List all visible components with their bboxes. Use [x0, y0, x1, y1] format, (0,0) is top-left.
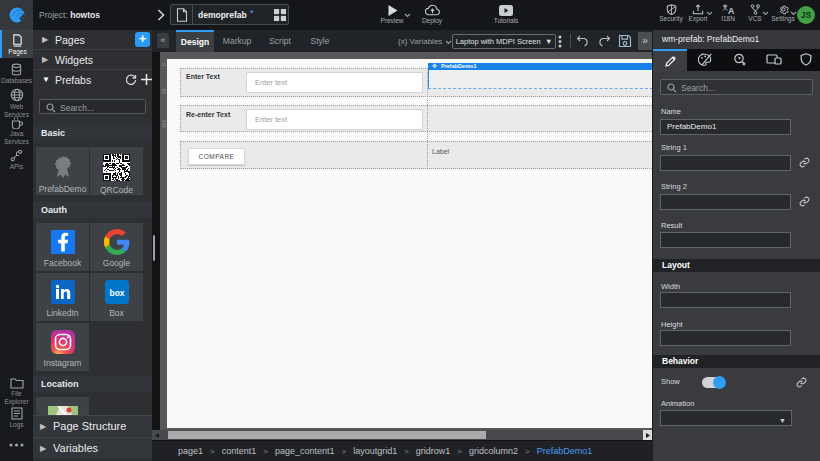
svg-text:A: A [727, 6, 734, 15]
svg-text:box: box [109, 288, 124, 298]
